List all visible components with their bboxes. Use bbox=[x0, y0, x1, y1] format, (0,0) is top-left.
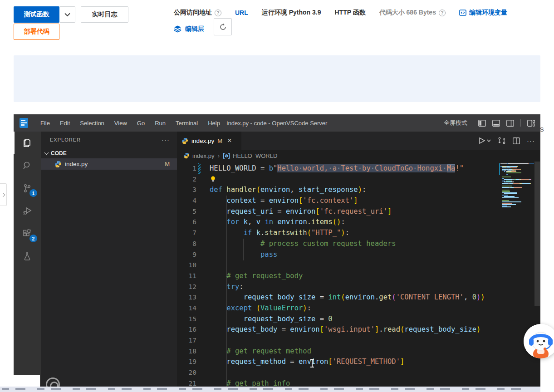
titlebar-actions: 全屏模式 bbox=[444, 114, 535, 132]
customize-layout-icon[interactable] bbox=[527, 120, 535, 127]
toggle-sidebar-icon[interactable] bbox=[478, 120, 486, 127]
deploy-code-button[interactable]: 部署代码 bbox=[14, 24, 59, 40]
code-line-5: request_uri = environ['fc.request_uri'] bbox=[210, 206, 485, 217]
tab-modified-badge: M bbox=[217, 137, 222, 144]
help-question-icon[interactable]: ? bbox=[215, 10, 221, 16]
minimap-line bbox=[500, 201, 534, 202]
tab-indexpy[interactable]: index.py M × bbox=[177, 132, 241, 150]
code-line-6: for k, v in environ.items(): bbox=[210, 217, 485, 228]
testing-beaker-icon[interactable] bbox=[14, 245, 41, 268]
code-lines: HELLO_WORLD = b"Hello·world,·a·Test·by·C… bbox=[210, 163, 485, 389]
fullscreen-label[interactable]: 全屏模式 bbox=[444, 119, 467, 127]
minimap-line bbox=[500, 175, 534, 176]
minimap-line bbox=[500, 190, 534, 191]
url-link[interactable]: URL bbox=[235, 9, 248, 16]
sidebar-expand-tab[interactable] bbox=[0, 183, 7, 206]
line-number: 4 bbox=[177, 196, 196, 206]
line-number: 6 bbox=[177, 217, 196, 228]
minimap-line bbox=[500, 191, 534, 192]
line-number: 2 bbox=[177, 174, 196, 185]
menu-selection[interactable]: Selection bbox=[75, 114, 109, 132]
explorer-more-actions-icon[interactable]: ··· bbox=[162, 136, 170, 144]
explorer-section-code[interactable]: CODE bbox=[41, 148, 177, 158]
minimap-line bbox=[500, 172, 534, 173]
code-line-13: request_body_size = int(environ.get('CON… bbox=[210, 292, 485, 303]
help-question-icon[interactable]: ? bbox=[439, 10, 446, 16]
gutter: 123456789101112131415161718192021 bbox=[177, 163, 196, 389]
gutter-modified-marker bbox=[198, 163, 201, 174]
menu-run[interactable]: Run bbox=[150, 114, 171, 132]
menu-help[interactable]: Help bbox=[203, 114, 225, 132]
toggle-secondary-sidebar-icon[interactable] bbox=[506, 120, 514, 127]
file-name: index.py bbox=[65, 161, 88, 167]
search-icon[interactable] bbox=[14, 154, 41, 177]
chevron-down-icon bbox=[64, 13, 70, 17]
public-url-label: 公网访问地址 bbox=[174, 9, 212, 17]
page: 测试函数 实时日志 部署代码 公网访问地址 ? URL 运行环境 Python … bbox=[0, 0, 554, 392]
code-line-12: try: bbox=[210, 282, 485, 293]
env-vars-icon bbox=[459, 10, 466, 16]
line-number: 10 bbox=[177, 260, 196, 271]
explorer-icon[interactable] bbox=[14, 132, 41, 154]
minimap-line bbox=[500, 192, 534, 193]
lightbulb-icon[interactable] bbox=[210, 175, 216, 183]
refresh-icon bbox=[219, 23, 227, 31]
minimap-line bbox=[500, 176, 534, 177]
minimap-line bbox=[500, 188, 534, 189]
realtime-log-button[interactable]: 实时日志 bbox=[81, 6, 128, 23]
line-number: 8 bbox=[177, 239, 196, 250]
run-file-icon[interactable] bbox=[479, 137, 491, 144]
minimap-line bbox=[500, 178, 534, 179]
test-function-dropdown[interactable] bbox=[59, 6, 75, 23]
scm-badge: 1 bbox=[29, 189, 37, 197]
support-mascot-button[interactable] bbox=[524, 324, 554, 358]
run-debug-icon[interactable] bbox=[14, 200, 41, 222]
divider bbox=[520, 119, 521, 127]
menu-file[interactable]: File bbox=[35, 114, 55, 132]
test-function-button[interactable]: 测试函数 bbox=[14, 6, 59, 23]
line-number: 18 bbox=[177, 346, 196, 357]
minimap[interactable] bbox=[500, 162, 534, 392]
split-editor-icon[interactable] bbox=[513, 137, 520, 144]
menu-view[interactable]: View bbox=[109, 114, 132, 132]
edit-env-vars-link[interactable]: 编辑环境变量 bbox=[459, 9, 507, 17]
line-number: 3 bbox=[177, 185, 196, 196]
explorer-file-indexpy[interactable]: index.py M bbox=[41, 158, 177, 170]
breadcrumb-file[interactable]: index.py bbox=[192, 152, 214, 159]
minimap-modified-marker bbox=[499, 163, 500, 175]
code-size-label: 代码大小 686 Bytes bbox=[379, 9, 436, 17]
breadcrumb[interactable]: index.py › HELLO_WORLD bbox=[177, 150, 540, 162]
menu-go[interactable]: Go bbox=[132, 114, 150, 132]
scrollbar-thumb[interactable] bbox=[534, 162, 540, 306]
code-line-16: request_body = environ['wsgi.input'].rea… bbox=[210, 324, 485, 335]
tab-close-icon[interactable]: × bbox=[227, 137, 231, 144]
code-line-14: except (ValueError): bbox=[210, 303, 485, 314]
code-line-15: request_body_size = 0 bbox=[210, 314, 485, 325]
minimap-line bbox=[500, 184, 534, 185]
python-file-icon bbox=[183, 152, 190, 159]
toggle-panel-icon[interactable] bbox=[492, 120, 500, 127]
edit-layers-link[interactable]: 编辑层 bbox=[174, 25, 204, 33]
open-changes-icon[interactable] bbox=[498, 137, 506, 144]
http-function-label: HTTP 函数 bbox=[334, 9, 365, 17]
line-number: 11 bbox=[177, 271, 196, 282]
minimap-line bbox=[500, 204, 534, 205]
minimap-line bbox=[500, 196, 534, 197]
webide-info-banner: i WebIDE 的环境是什么? WebIDE 是可以帮助开发者快速进行代码测试… bbox=[14, 55, 540, 102]
line-number: 20 bbox=[177, 368, 196, 378]
tab-label: index.py bbox=[191, 137, 214, 144]
more-actions-icon[interactable]: ··· bbox=[527, 137, 535, 145]
menu-terminal[interactable]: Terminal bbox=[171, 114, 203, 132]
menu-edit[interactable]: Edit bbox=[55, 114, 75, 132]
minimap-line bbox=[500, 174, 534, 175]
breadcrumb-symbol[interactable]: HELLO_WORLD bbox=[233, 152, 277, 159]
chevron-down-icon bbox=[44, 150, 49, 155]
line-number: 16 bbox=[177, 324, 196, 335]
refresh-button[interactable] bbox=[214, 18, 232, 35]
extensions-icon[interactable]: 2 bbox=[14, 222, 41, 245]
source-control-icon[interactable]: 1 bbox=[14, 177, 41, 200]
minimap-line bbox=[500, 169, 534, 170]
code-editor[interactable]: 123456789101112131415161718192021 HELLO_… bbox=[177, 162, 540, 392]
minimap-line bbox=[500, 199, 534, 200]
minimap-line bbox=[500, 165, 534, 166]
